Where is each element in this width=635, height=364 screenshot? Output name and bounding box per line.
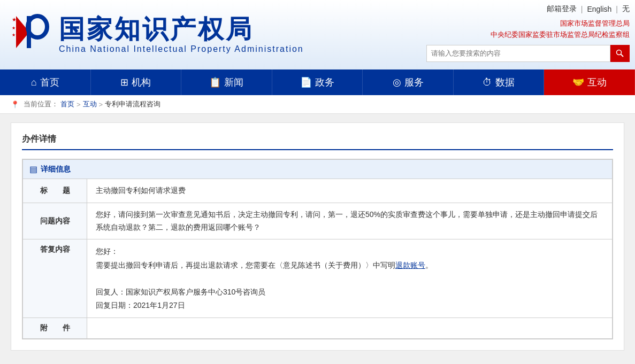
- nav-label-interact: 互动: [587, 76, 607, 89]
- answer-line1: 您好：: [96, 245, 603, 258]
- breadcrumb-home[interactable]: 首页: [60, 99, 74, 109]
- data-icon: ⏱: [483, 77, 492, 88]
- svg-text:★: ★: [12, 17, 17, 22]
- breadcrumb-sep1: >: [76, 100, 81, 109]
- breadcrumb-current: 专利申请流程咨询: [105, 99, 160, 109]
- table-row-title: 标 题 主动撤回专利如何请求退费: [23, 179, 613, 203]
- header-gov-links: 国家市场监督管理总局 中央纪委国家监委驻市场监管总局纪检监察组: [491, 18, 630, 41]
- detail-table-inner: 标 题 主动撤回专利如何请求退费 问题内容 您好，请问接到第一次审查意见通知书后…: [22, 179, 613, 339]
- table-header-icon: ▤: [29, 164, 37, 174]
- logo-area: ★ ★ ★ 国家知识产权局 China National Intellectua…: [0, 0, 410, 69]
- svg-text:★: ★: [12, 33, 16, 37]
- svg-text:★: ★: [12, 26, 16, 30]
- nav-label-data: 数据: [495, 76, 515, 89]
- question-value: 您好，请问接到第一次审查意见通知书后，决定主动撤回专利，请问，第一，退还50%的…: [87, 203, 613, 239]
- search-button[interactable]: [610, 45, 630, 62]
- table-row-answer: 答复内容 您好： 需要提出撤回专利申请后，再提出退款请求，您需要在〈意见陈述书（…: [23, 239, 613, 318]
- header-top-links: 邮箱登录 | English | 无: [547, 4, 630, 14]
- question-label: 问题内容: [23, 203, 87, 239]
- divider1: |: [581, 5, 583, 13]
- nav-label-institution: 机构: [132, 76, 151, 89]
- nav-bar: ⌂ 首页 ⊞ 机构 📋 新闻 📄 政务 ◎ 服务 ⏱ 数据 🤝 互动: [0, 69, 635, 95]
- section-title: 办件详情: [22, 134, 613, 150]
- location-icon: 📍: [11, 100, 19, 109]
- attachment-value: [87, 318, 613, 339]
- breadcrumb: 📍 当前位置： 首页 > 互动 > 专利申请流程咨询: [0, 95, 635, 114]
- mailbox-link[interactable]: 邮箱登录: [547, 4, 577, 14]
- answer-label: 答复内容: [23, 239, 87, 318]
- logo-text: 国家知识产权局 China National Intellectual Prop…: [59, 16, 304, 55]
- attachment-label: 附 件: [23, 318, 87, 339]
- nav-label-news: 新闻: [224, 76, 243, 89]
- svg-line-7: [621, 54, 624, 57]
- answer-respondent: 回复人：国家知识产权局客户服务中心310号咨询员: [96, 285, 603, 299]
- breadcrumb-prefix: 当前位置：: [24, 99, 58, 109]
- detail-table: ▤ 详细信息 标 题 主动撤回专利如何请求退费 问题内容 您好，请问接到第一次审…: [22, 159, 613, 339]
- nav-item-service[interactable]: ◎ 服务: [363, 69, 454, 95]
- nav-label-home: 首页: [40, 76, 59, 89]
- institution-icon: ⊞: [120, 76, 128, 88]
- table-row-question: 问题内容 您好，请问接到第一次审查意见通知书后，决定主动撤回专利，请问，第一，退…: [23, 203, 613, 239]
- table-header: ▤ 详细信息: [22, 159, 613, 179]
- service-icon: ◎: [393, 76, 401, 88]
- nav-item-politics[interactable]: 📄 政务: [272, 69, 363, 95]
- logo-cn: 国家知识产权局: [59, 16, 304, 44]
- nav-label-politics: 政务: [315, 76, 334, 89]
- answer-blank: [96, 272, 603, 285]
- answer-link[interactable]: 退款账号: [395, 261, 425, 269]
- nav-item-home[interactable]: ⌂ 首页: [0, 69, 91, 95]
- table-header-label: 详细信息: [41, 165, 71, 174]
- politics-icon: 📄: [300, 76, 312, 88]
- news-icon: 📋: [209, 76, 221, 88]
- nav-item-interact[interactable]: 🤝 互动: [544, 69, 635, 95]
- answer-line2-container: 需要提出撤回专利申请后，再提出退款请求，您需要在〈意见陈述书（关于费用）〉中写明…: [96, 259, 603, 272]
- search-icon: [616, 49, 624, 58]
- home-icon: ⌂: [31, 77, 37, 88]
- divider2: |: [616, 5, 618, 13]
- logo-icon: ★ ★ ★: [11, 11, 53, 59]
- nav-label-service: 服务: [404, 76, 424, 89]
- breadcrumb-interact[interactable]: 互动: [83, 99, 97, 109]
- nav-item-data[interactable]: ⏱ 数据: [454, 69, 545, 95]
- main-content: 办件详情 ▤ 详细信息 标 题 主动撤回专利如何请求退费 问题内容 您好，请问接…: [11, 122, 624, 351]
- svg-point-6: [617, 50, 622, 55]
- nav-item-news[interactable]: 📋 新闻: [181, 69, 272, 95]
- no-link[interactable]: 无: [622, 4, 630, 14]
- search-bar: [426, 45, 630, 62]
- title-label: 标 题: [23, 179, 87, 203]
- answer-line2-text: 需要提出撤回专利申请后，再提出退款请求，您需要在〈意见陈述书（关于费用）〉中写明: [96, 261, 395, 269]
- search-input[interactable]: [426, 45, 610, 62]
- answer-line2-end: 。: [425, 261, 433, 269]
- answer-value: 您好： 需要提出撤回专利申请后，再提出退款请求，您需要在〈意见陈述书（关于费用）…: [87, 239, 613, 318]
- answer-date: 回复日期：2021年1月27日: [96, 299, 603, 312]
- interact-icon: 🤝: [572, 76, 584, 88]
- header-right: 邮箱登录 | English | 无 国家市场监督管理总局 中央纪委国家监委驻市…: [410, 0, 635, 69]
- header: ★ ★ ★ 国家知识产权局 China National Intellectua…: [0, 0, 635, 69]
- logo-en: China National Intellectual Property Adm…: [59, 44, 304, 54]
- gov-link2[interactable]: 中央纪委国家监委驻市场监管总局纪检监察组: [491, 29, 630, 41]
- breadcrumb-sep2: >: [99, 100, 103, 109]
- gov-link1[interactable]: 国家市场监督管理总局: [560, 18, 630, 29]
- english-link[interactable]: English: [587, 5, 611, 13]
- nav-item-institution[interactable]: ⊞ 机构: [91, 69, 182, 95]
- table-row-attachment: 附 件: [23, 318, 613, 339]
- title-value: 主动撤回专利如何请求退费: [87, 179, 613, 203]
